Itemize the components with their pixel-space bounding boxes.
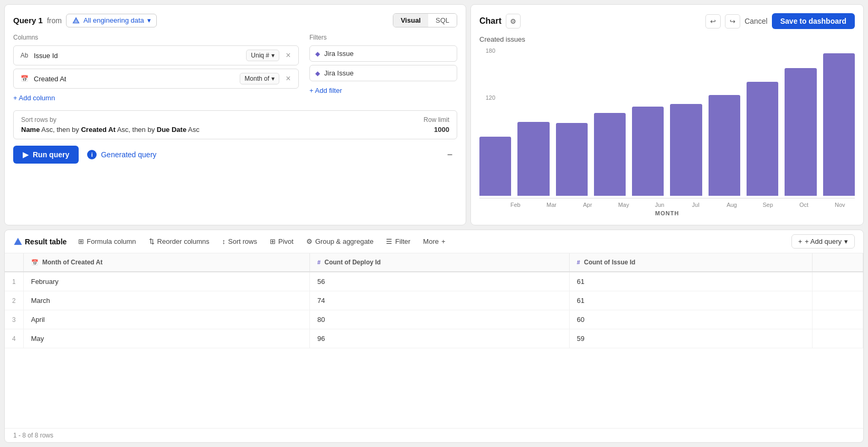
- bars-container: [479, 47, 855, 198]
- collapse-button[interactable]: −: [442, 147, 457, 162]
- cell-issue-count: 60: [569, 310, 813, 329]
- table-row: 1 February 56 61: [5, 272, 863, 291]
- cell-month: April: [23, 310, 309, 329]
- row-number: 1: [5, 272, 23, 291]
- x-labels: FebMarAprMayJunJulAugSepOctNov: [501, 198, 855, 208]
- app-container: Query 1 from All engineering data ▾ Visu…: [0, 0, 868, 447]
- col-header-issue-label: Count of Issue Id: [584, 259, 635, 266]
- query-header: Query 1 from All engineering data ▾ Visu…: [13, 13, 457, 27]
- sort-icon: ↕: [222, 237, 226, 245]
- bar-fill-oct[interactable]: [785, 68, 816, 196]
- group-aggregate-button[interactable]: ⚙ Group & aggregate: [301, 235, 379, 248]
- add-column-button[interactable]: + Add column: [13, 92, 55, 104]
- bar-may: [594, 47, 626, 196]
- filter-diamond-icon-2: ◆: [315, 70, 320, 77]
- chart-actions: ↩ ↪ Cancel Save to dashboard: [705, 13, 855, 29]
- run-query-button[interactable]: ▶ Run query: [13, 146, 79, 164]
- row-limit-value: 1000: [423, 126, 449, 134]
- cell-deploy-count: 74: [310, 291, 570, 310]
- table-row: 3 April 80 60: [5, 310, 863, 329]
- chevron-down-icon: ▾: [844, 237, 848, 245]
- generated-query-section[interactable]: i Generated query: [87, 150, 156, 159]
- table-header: 📅 Month of Created At # Count of Deploy …: [5, 253, 863, 272]
- save-to-dashboard-button[interactable]: Save to dashboard: [772, 13, 855, 29]
- data-source-button[interactable]: All engineering data ▾: [66, 14, 157, 27]
- query-title: Query 1: [13, 16, 43, 25]
- redo-button[interactable]: ↪: [725, 14, 740, 28]
- col-transform-month[interactable]: Month of ▾: [240, 73, 279, 84]
- result-toolbar: Result table ⊞ Formula column ⇅ Reorder …: [5, 230, 863, 253]
- atlas-icon: [72, 16, 80, 25]
- col-type-date-icon: 📅: [19, 73, 30, 84]
- main-content: Query 1 from All engineering data ▾ Visu…: [0, 0, 868, 230]
- filter-icon: ☰: [386, 237, 392, 245]
- bar-fill-nov[interactable]: [823, 53, 855, 196]
- row-number: 3: [5, 310, 23, 329]
- chevron-down-icon: ▾: [271, 75, 275, 82]
- col-header-deploy: # Count of Deploy Id: [310, 253, 570, 272]
- pivot-icon: ⊞: [270, 237, 276, 245]
- column-row-issue-id: Ab Issue Id Uniq # ▾ ×: [13, 45, 299, 65]
- row-limit-label: Row limit: [423, 116, 449, 123]
- atlas-result-icon: [13, 237, 23, 246]
- bar-fill-mar[interactable]: [517, 122, 549, 196]
- chart-header: Chart ⚙ ↩ ↪ Cancel Save to dashboard: [479, 13, 855, 29]
- bar-chart: 180 120 60 0 FebMarAprMayJunJulAugSepOct…: [479, 47, 855, 216]
- chart-inner: 180 120 60 0: [479, 47, 855, 198]
- transform-label: Uniq #: [251, 52, 269, 59]
- table-header-row: 📅 Month of Created At # Count of Deploy …: [5, 253, 863, 272]
- undo-button[interactable]: ↩: [705, 14, 721, 28]
- result-table-title: Result table: [25, 237, 67, 246]
- bar-fill-may[interactable]: [594, 113, 626, 196]
- x-label-mar: Mar: [536, 202, 566, 208]
- bar-fill-jul[interactable]: [670, 104, 702, 196]
- bar-jul: [670, 47, 702, 196]
- remove-col-created-at[interactable]: ×: [284, 74, 293, 83]
- col-type-text-icon: Ab: [19, 50, 30, 61]
- remove-col-issue-id[interactable]: ×: [284, 51, 293, 60]
- bar-fill-aug[interactable]: [709, 95, 740, 196]
- col-header-empty: [813, 253, 863, 272]
- pivot-button[interactable]: ⊞ Pivot: [265, 235, 299, 248]
- chart-settings-button[interactable]: ⚙: [506, 14, 521, 28]
- chart-title-section: Chart ⚙: [479, 14, 521, 28]
- visual-view-button[interactable]: Visual: [393, 14, 428, 27]
- table-footer: 1 - 8 of 8 rows: [5, 428, 863, 442]
- col-transform-uniq[interactable]: Uniq # ▾: [246, 50, 279, 61]
- bar-jun: [632, 47, 664, 196]
- column-row-created-at: 📅 Created At Month of ▾ ×: [13, 69, 299, 89]
- table-container: 📅 Month of Created At # Count of Deploy …: [5, 253, 863, 428]
- bar-nov: [823, 47, 855, 196]
- sql-view-button[interactable]: SQL: [428, 14, 457, 27]
- sort-row-section: Sort rows by Name Asc, then by Created A…: [13, 110, 457, 139]
- bar-fill-sep[interactable]: [747, 82, 778, 196]
- formula-column-button[interactable]: ⊞ Formula column: [73, 235, 141, 248]
- more-button[interactable]: More +: [418, 235, 450, 248]
- row-limit-section: Row limit 1000: [423, 116, 449, 134]
- add-filter-button[interactable]: + Add filter: [309, 84, 342, 97]
- add-query-button[interactable]: + + Add query ▾: [791, 234, 855, 249]
- sort-rows-button[interactable]: ↕ Sort rows: [217, 235, 262, 248]
- cell-month: March: [23, 291, 309, 310]
- bars-area: [479, 47, 855, 198]
- table-row: 2 March 74 61: [5, 291, 863, 310]
- reorder-columns-button[interactable]: ⇅ Reorder columns: [144, 235, 215, 248]
- x-label-jun: Jun: [645, 202, 674, 208]
- columns-label: Columns: [13, 34, 299, 41]
- bar-fill-apr[interactable]: [556, 123, 588, 196]
- cancel-button[interactable]: Cancel: [744, 17, 768, 25]
- bar-fill-feb[interactable]: [479, 137, 511, 196]
- x-label-oct: Oct: [789, 202, 818, 208]
- filter-button[interactable]: ☰ Filter: [381, 235, 416, 248]
- view-toggle: Visual SQL: [393, 13, 457, 27]
- cell-month: February: [23, 272, 309, 291]
- bar-fill-jun[interactable]: [632, 107, 664, 196]
- cell-issue-count: 61: [569, 272, 813, 291]
- columns-filters-row: Columns Ab Issue Id Uniq # ▾ × 📅 Created…: [13, 34, 457, 104]
- col-name-issue-id: Issue Id: [34, 52, 242, 60]
- query-from-label: from: [47, 16, 62, 25]
- bar-apr: [556, 47, 588, 196]
- filter-row-1: ◆ Jira Issue: [309, 45, 457, 62]
- x-label-sep: Sep: [753, 202, 782, 208]
- col-name-created-at: Created At: [34, 75, 235, 83]
